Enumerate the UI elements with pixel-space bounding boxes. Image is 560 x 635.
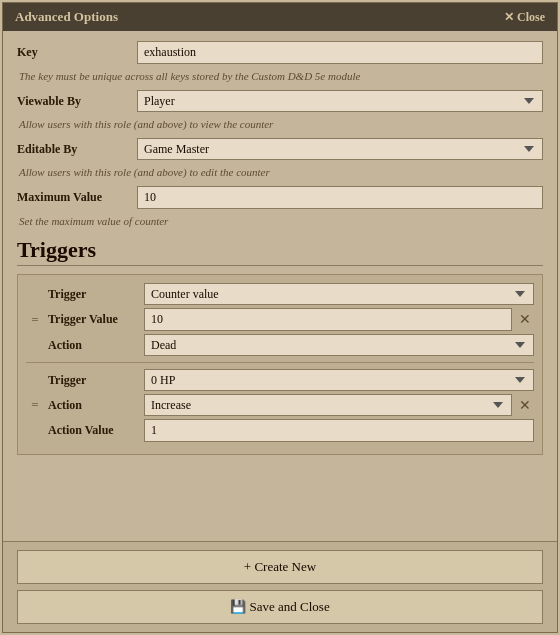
trigger-divider [26, 362, 534, 363]
maximum-value-hint: Set the maximum value of counter [17, 215, 543, 227]
maximum-value-input[interactable] [137, 186, 543, 209]
trigger-1-action-label: Action [44, 338, 144, 353]
maximum-value-label: Maximum Value [17, 190, 137, 205]
trigger-1-value-label: Trigger Value [44, 312, 144, 327]
trigger-1-trigger-row: Trigger Counter value 0 HP [26, 283, 534, 305]
close-button[interactable]: ✕ Close [504, 10, 545, 25]
trigger-2-action-label: Action [44, 398, 144, 413]
trigger-1-action-row: Action Dead Increase Decrease [26, 334, 534, 356]
trigger-2-delete-button[interactable]: ✕ [516, 396, 534, 414]
trigger-2-action-value-input[interactable] [144, 419, 534, 442]
modal-title: Advanced Options [15, 9, 118, 25]
save-and-close-button[interactable]: 💾 Save and Close [17, 590, 543, 624]
editable-by-label: Editable By [17, 142, 137, 157]
trigger-1-value-input[interactable] [144, 308, 512, 331]
create-new-button[interactable]: + Create New [17, 550, 543, 584]
viewable-by-label: Viewable By [17, 94, 137, 109]
editable-by-hint: Allow users with this role (and above) t… [17, 166, 543, 178]
key-input[interactable] [137, 41, 543, 64]
triggers-section-title: Triggers [17, 237, 543, 266]
editable-by-row: Editable By Player Game Master Trusted P… [17, 138, 543, 160]
trigger-2-trigger-row: Trigger Counter value 0 HP [26, 369, 534, 391]
trigger-2-action-value-label: Action Value [44, 423, 144, 438]
advanced-options-modal: Advanced Options ✕ Close Key The key mus… [2, 2, 558, 633]
key-hint: The key must be unique across all keys s… [17, 70, 543, 82]
editable-by-select[interactable]: Player Game Master Trusted Player Assist… [137, 138, 543, 160]
key-row: Key [17, 41, 543, 64]
viewable-by-select[interactable]: Player Game Master Trusted Player Assist… [137, 90, 543, 112]
empty-space [17, 455, 543, 535]
maximum-value-row: Maximum Value [17, 186, 543, 209]
viewable-by-row: Viewable By Player Game Master Trusted P… [17, 90, 543, 112]
trigger-2-trigger-label: Trigger [44, 373, 144, 388]
trigger-block-1: Trigger Counter value 0 HP = Trigger Val… [26, 283, 534, 356]
trigger-2-trigger-select[interactable]: Counter value 0 HP [144, 369, 534, 391]
modal-footer: + Create New 💾 Save and Close [3, 541, 557, 632]
trigger-1-value-equals: = [26, 312, 44, 328]
trigger-1-trigger-label: Trigger [44, 287, 144, 302]
viewable-by-hint: Allow users with this role (and above) t… [17, 118, 543, 130]
trigger-1-trigger-select[interactable]: Counter value 0 HP [144, 283, 534, 305]
trigger-2-action-equals: = [26, 397, 44, 413]
modal-body: Key The key must be unique across all ke… [3, 31, 557, 541]
trigger-2-action-select[interactable]: Dead Increase Decrease [144, 394, 512, 416]
triggers-container: Trigger Counter value 0 HP = Trigger Val… [17, 274, 543, 455]
trigger-1-value-row: = Trigger Value ✕ [26, 308, 534, 331]
trigger-2-action-row: = Action Dead Increase Decrease ✕ [26, 394, 534, 416]
trigger-block-2: Trigger Counter value 0 HP = Action Dead… [26, 369, 534, 442]
trigger-2-action-value-row: Action Value [26, 419, 534, 442]
key-label: Key [17, 45, 137, 60]
trigger-1-delete-button[interactable]: ✕ [516, 311, 534, 329]
modal-header: Advanced Options ✕ Close [3, 3, 557, 31]
trigger-1-action-select[interactable]: Dead Increase Decrease [144, 334, 534, 356]
